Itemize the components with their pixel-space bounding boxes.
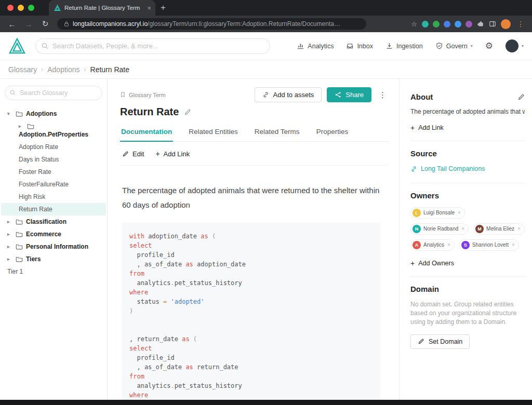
glossary-search-input[interactable] [5, 86, 102, 100]
tab-related-entities[interactable]: Related Entities [188, 124, 239, 141]
remove-owner-icon[interactable]: × [517, 226, 521, 232]
new-tab-button[interactable]: + [161, 3, 166, 13]
forward-button[interactable]: → [22, 20, 35, 29]
remove-owner-icon[interactable]: × [512, 242, 515, 248]
breadcrumb-separator: › [84, 66, 86, 73]
glossary-item-fosterfailurerate[interactable]: FosterFailureRate [1, 178, 106, 191]
breadcrumb-glossary[interactable]: Glossary [8, 65, 37, 74]
avatar: N [413, 225, 421, 233]
chevron-right-icon[interactable]: ▸ [7, 244, 12, 249]
term-description: The percentage of adopted animals that w… [122, 183, 383, 212]
chevron-down-icon[interactable]: ▾ [7, 111, 12, 116]
puzzle-extensions-icon[interactable] [477, 20, 484, 28]
edit-button[interactable]: Edit [122, 150, 144, 158]
blue-square-extension-icon[interactable] [444, 21, 450, 28]
share-button[interactable]: Share [327, 87, 371, 102]
nav-govern[interactable]: Govern ▾ [435, 42, 473, 50]
close-window-button[interactable] [7, 5, 14, 11]
about-add-link-button[interactable]: + Add Link [410, 124, 444, 132]
glossary-item-adoption-petproperties[interactable]: ▸Adoption.PetProperties [1, 120, 106, 141]
chevron-down-icon: ▾ [522, 44, 524, 48]
settings-gear-icon[interactable]: ⚙ [485, 40, 493, 51]
zoom-window-button[interactable] [28, 5, 34, 11]
entity-type-badge: Glossary Term [120, 91, 166, 98]
glossary-item-high-risk[interactable]: High Risk [1, 191, 106, 203]
browser-menu-icon[interactable]: ⋮ [515, 20, 526, 28]
owner-chip-luigi-bonsale[interactable]: LLuigi Bonsale× [410, 207, 465, 219]
owner-chip-norie-radband[interactable]: NNorie Radband× [410, 223, 469, 235]
nav-ingestion[interactable]: Ingestion [385, 42, 423, 50]
edit-title-icon[interactable] [184, 109, 191, 116]
page-title: Return Rate [120, 106, 179, 118]
source-link-label: Long Tail Companions [421, 165, 485, 172]
code-line: , return_date as ( [129, 334, 373, 344]
owner-name: Luigi Bonsale [423, 210, 455, 215]
add-to-assets-button[interactable]: Add to assets [255, 87, 322, 102]
govern-icon [435, 42, 443, 50]
set-domain-button[interactable]: Set Domain [410, 334, 470, 349]
code-line: ) [129, 306, 373, 316]
remove-owner-icon[interactable]: × [447, 242, 450, 248]
chevron-right-icon[interactable]: ▸ [7, 232, 12, 237]
ingestion-icon [385, 42, 393, 50]
owner-chip-analytics[interactable]: AAnalytics× [410, 239, 455, 251]
glossary-item-foster-rate[interactable]: Foster Rate [1, 166, 106, 178]
back-button[interactable]: ← [5, 20, 19, 29]
glossary-sidebar: ▾Adoptions▸Adoption.PetPropertiesAdoptio… [0, 79, 108, 400]
glossary-item-adoptions[interactable]: ▾Adoptions [1, 107, 106, 120]
remove-owner-icon[interactable]: × [458, 210, 461, 215]
glossary-item-tiers[interactable]: ▸Tiers [1, 253, 106, 265]
remove-owner-icon[interactable]: × [461, 226, 464, 232]
code-line: with adoption_date as ( [129, 232, 373, 241]
entity-type-label: Glossary Term [129, 92, 166, 98]
source-link[interactable]: Long Tail Companions [410, 165, 485, 172]
address-bar[interactable]: longtailcompanions.acryl.io/glossaryTerm… [57, 18, 366, 30]
owner-chip-shannon-lovett[interactable]: SShannon Lovett× [459, 239, 519, 251]
browser-tab[interactable]: Return Rate | Glossary Term × [49, 0, 155, 16]
glossary-item-return-rate[interactable]: Return Rate [1, 203, 106, 215]
at-extension-icon[interactable] [455, 21, 461, 28]
glossary-tree: ▾Adoptions▸Adoption.PetPropertiesAdoptio… [0, 107, 107, 278]
global-search-input[interactable] [35, 38, 270, 54]
more-options-icon[interactable]: ⋮ [377, 90, 389, 100]
add-link-button[interactable]: + Add Link [155, 150, 190, 158]
glossary-item-classification[interactable]: ▸Classification [1, 215, 106, 228]
tab-properties[interactable]: Properties [315, 124, 350, 141]
glossary-item-label: Adoption Rate [19, 143, 58, 151]
nav-inbox[interactable]: Inbox [346, 42, 373, 50]
glossary-item-personal-information[interactable]: ▸Personal Information [1, 240, 106, 253]
divider [410, 141, 525, 141]
glossary-item-label: High Risk [19, 193, 45, 200]
glossary-item-tier-1[interactable]: Tier 1 [1, 265, 106, 278]
green-extension-icon[interactable] [433, 21, 440, 28]
side-panel-icon[interactable] [489, 20, 496, 28]
chevron-right-icon[interactable]: ▸ [7, 256, 12, 262]
bookmark-star-icon[interactable]: ☆ [411, 20, 417, 28]
plus-icon: + [410, 259, 415, 267]
edit-about-icon[interactable] [517, 93, 525, 101]
close-tab-icon[interactable]: × [147, 4, 151, 12]
tab-related-terms[interactable]: Related Terms [254, 124, 301, 141]
minimize-window-button[interactable] [18, 5, 24, 11]
glossary-item-ecommerce[interactable]: ▸Ecommerce [1, 228, 106, 240]
analytics-icon [297, 42, 304, 50]
acryl-logo[interactable] [8, 37, 26, 55]
add-owners-button[interactable]: + Add Owners [410, 259, 454, 267]
browser-toolbar: ← → ↻ longtailcompanions.acryl.io/glossa… [0, 16, 532, 32]
shield-extension-icon[interactable] [422, 21, 429, 28]
user-menu[interactable]: ▾ [506, 39, 524, 52]
tab-documentation[interactable]: Documentation [120, 124, 173, 142]
glossary-item-label: Foster Rate [19, 168, 51, 176]
browser-profile-avatar[interactable] [501, 19, 511, 29]
nav-analytics[interactable]: Analytics [297, 42, 334, 50]
reload-button[interactable]: ↻ [38, 19, 52, 29]
glossary-item-adoption-rate[interactable]: Adoption Rate [1, 141, 106, 153]
glossary-item-days-in-status[interactable]: Days in Status [1, 153, 106, 166]
code-line: select [129, 344, 373, 353]
chevron-right-icon[interactable]: ▸ [19, 124, 24, 129]
breadcrumb-adoptions[interactable]: Adoptions [47, 65, 79, 74]
purple-extension-icon[interactable] [466, 21, 472, 28]
chevron-right-icon[interactable]: ▸ [7, 219, 12, 224]
owner-chip-melina-eliez[interactable]: MMelina Eliez× [473, 223, 525, 235]
tab-title: Return Rate | Glossary Term [64, 5, 143, 11]
